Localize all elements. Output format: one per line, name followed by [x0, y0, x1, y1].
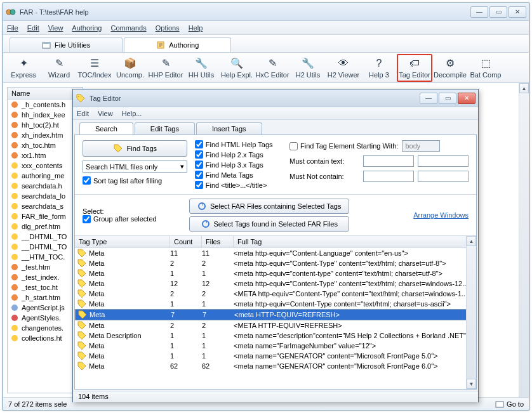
grid-row[interactable]: Meta11<meta name="FarImageNumber" value=…: [75, 341, 476, 351]
grid-row[interactable]: Meta22<META HTTP-EQUIV=REFRESH>: [75, 320, 476, 331]
scroll-down-icon[interactable]: ▼: [467, 379, 476, 389]
group-checkbox[interactable]: Group after selected: [83, 215, 178, 223]
grid-row[interactable]: Meta11<meta http-equiv=Content-Type cont…: [75, 299, 476, 309]
toolbar-help-3[interactable]: ?Help 3: [361, 54, 397, 82]
file-row[interactable]: searchdata_lo: [8, 191, 83, 201]
sub-menu-view[interactable]: View: [98, 110, 113, 117]
grid-row[interactable]: Meta1111<meta http-equiv="Content-Langua…: [75, 248, 476, 258]
toolbar-uncomp-[interactable]: 📦Uncomp.: [112, 54, 148, 82]
find-opt-2[interactable]: Find Help 3.x Tags: [195, 161, 282, 169]
file-row[interactable]: _test_index.: [8, 272, 83, 282]
toolbar-hhp-editor[interactable]: ✎HHP Editor: [148, 54, 183, 82]
sort-checkbox[interactable]: Sort tag list after filling: [83, 176, 187, 185]
toolbar-bat-comp[interactable]: ⬚Bat Comp: [468, 54, 503, 82]
file-row[interactable]: collections.ht: [8, 333, 83, 343]
file-row[interactable]: searchdata_s: [8, 201, 83, 211]
starting-with-checkbox[interactable]: Find Tag Element Starting With:: [289, 142, 398, 150]
sub-maximize-button[interactable]: ▭: [439, 93, 456, 104]
find-opt-3[interactable]: Find Meta Tags: [195, 171, 282, 179]
file-list-header[interactable]: Name: [8, 88, 83, 100]
file-row[interactable]: hh_index_kee: [8, 110, 83, 120]
select-far-files-button[interactable]: Select FAR Files containing Selected Tag…: [189, 199, 349, 214]
file-row[interactable]: __HTM_TOC.: [8, 252, 83, 262]
toolbar-tag-editor[interactable]: 🏷Tag Editor: [397, 54, 432, 82]
menu-authoring[interactable]: Authoring: [72, 24, 102, 32]
sub-titlebar[interactable]: Tag Editor — ▭ ✕: [73, 89, 478, 107]
file-row[interactable]: _test_toc.ht: [8, 282, 83, 292]
sub-minimize-button[interactable]: —: [420, 93, 437, 104]
file-row[interactable]: authoring_me: [8, 171, 83, 181]
toolbar-toc-index[interactable]: ☰TOC/Index: [77, 54, 112, 82]
file-list[interactable]: Name _h_contents.hhh_index_keehh_toc(2).…: [7, 87, 83, 393]
must-not-contain-field-2[interactable]: [418, 171, 469, 182]
sub-close-button[interactable]: ✕: [458, 93, 475, 104]
file-row[interactable]: _test.htm: [8, 262, 83, 272]
file-row[interactable]: _h_start.htm: [8, 292, 83, 303]
sort-checkbox-input[interactable]: [83, 176, 91, 185]
col-count[interactable]: Count: [170, 236, 202, 247]
file-row[interactable]: xx1.htm: [8, 150, 83, 161]
grid-scrollbar[interactable]: ▲ ▼: [466, 236, 476, 389]
find-opt-input[interactable]: [195, 171, 203, 179]
sub-menu-help[interactable]: Help...: [122, 110, 142, 117]
tab-search[interactable]: Search: [79, 122, 133, 134]
search-scope-select[interactable]: Search HTML files only ▾: [83, 161, 187, 173]
toolbar-decompile[interactable]: ⚙Decompile: [432, 54, 468, 82]
sub-menu-edit[interactable]: Edit: [77, 110, 89, 117]
menu-help[interactable]: Help: [189, 24, 203, 32]
file-row[interactable]: _h_contents.h: [8, 100, 83, 110]
col-files[interactable]: Files: [202, 236, 234, 247]
file-row[interactable]: xxx_contents: [8, 161, 83, 171]
toolbar-h2-viewer[interactable]: 👁H2 Viewer: [326, 54, 361, 82]
find-opt-input[interactable]: [195, 150, 203, 159]
find-opt-0[interactable]: Find HTML Help Tags: [195, 140, 282, 148]
grid-row[interactable]: Meta77<meta HTTP-EQUIV=REFRESH>: [75, 309, 476, 320]
grid-row[interactable]: Meta1212<meta http-equiv="Content-Type" …: [75, 279, 476, 289]
col-tag-type[interactable]: Tag Type: [75, 236, 170, 247]
starting-with-input[interactable]: [289, 142, 298, 150]
toolbar-express[interactable]: ✦Express: [6, 54, 41, 82]
must-not-contain-field-1[interactable]: [363, 171, 414, 182]
file-row[interactable]: xh_toc.htm: [8, 140, 83, 150]
find-opt-1[interactable]: Find Help 2.x Tags: [195, 150, 282, 159]
group-checkbox-input[interactable]: [83, 215, 91, 223]
toolbar-help-expl-[interactable]: 🔍Help Expl.: [219, 54, 255, 82]
file-row[interactable]: AgentScript.js: [8, 303, 83, 313]
find-opt-input[interactable]: [195, 161, 203, 169]
grid-row[interactable]: Meta22<meta http-equiv="Content-Type" co…: [75, 258, 476, 268]
file-row[interactable]: xh_index.htm: [8, 130, 83, 140]
toolbar-hxc-editor[interactable]: ✎HxC Editor: [255, 54, 290, 82]
find-opt-4[interactable]: Find <title>...</title>: [195, 181, 282, 189]
close-button[interactable]: ✕: [509, 6, 526, 18]
scroll-up-icon[interactable]: ▲: [467, 236, 476, 246]
menu-options[interactable]: Options: [156, 24, 180, 32]
file-row[interactable]: FAR_file_form: [8, 211, 83, 221]
file-row[interactable]: __DHTML_TO: [8, 232, 83, 242]
toolbar-hh-utils[interactable]: 🔧HH Utils: [183, 54, 219, 82]
arrange-windows-link[interactable]: Arrange Windows: [413, 211, 469, 219]
file-row[interactable]: changenotes.: [8, 323, 83, 333]
menu-commands[interactable]: Commands: [110, 24, 146, 32]
toolbar-h2-utils[interactable]: 🔧H2 Utils: [290, 54, 326, 82]
minimize-button[interactable]: —: [470, 6, 488, 18]
grid-row[interactable]: Meta22<META http-equiv="Content-Type" co…: [75, 289, 476, 299]
find-opt-input[interactable]: [195, 181, 203, 189]
vertical-scrollbar[interactable]: ▲: [519, 83, 529, 397]
menu-file[interactable]: File: [7, 24, 18, 32]
grid-row[interactable]: Meta11<meta name="GENERATOR" content="Mi…: [75, 351, 476, 361]
grid-row[interactable]: Meta Description11<meta name="descriptio…: [75, 331, 476, 341]
must-contain-field-2[interactable]: [418, 155, 469, 167]
tab-authoring[interactable]: Authoring: [124, 37, 231, 52]
goto-control[interactable]: Go to: [495, 400, 524, 409]
menu-edit[interactable]: Edit: [27, 24, 39, 32]
grid-header[interactable]: Tag Type Count Files Full Tag: [75, 236, 476, 248]
tab-file-utilities[interactable]: File Utilities: [10, 37, 123, 52]
toolbar-wizard[interactable]: ✎Wizard: [41, 54, 77, 82]
find-tags-button[interactable]: Find Tags: [83, 140, 187, 157]
file-row[interactable]: AgentStyles.: [8, 313, 83, 323]
grid-row[interactable]: Meta6262<meta name="GENERATOR" content="…: [75, 361, 476, 371]
menu-view[interactable]: View: [48, 24, 63, 32]
maximize-button[interactable]: ▭: [489, 6, 507, 18]
file-row[interactable]: hh_toc(2).ht: [8, 120, 83, 130]
results-grid[interactable]: Tag Type Count Files Full Tag Meta1111<m…: [75, 236, 476, 389]
